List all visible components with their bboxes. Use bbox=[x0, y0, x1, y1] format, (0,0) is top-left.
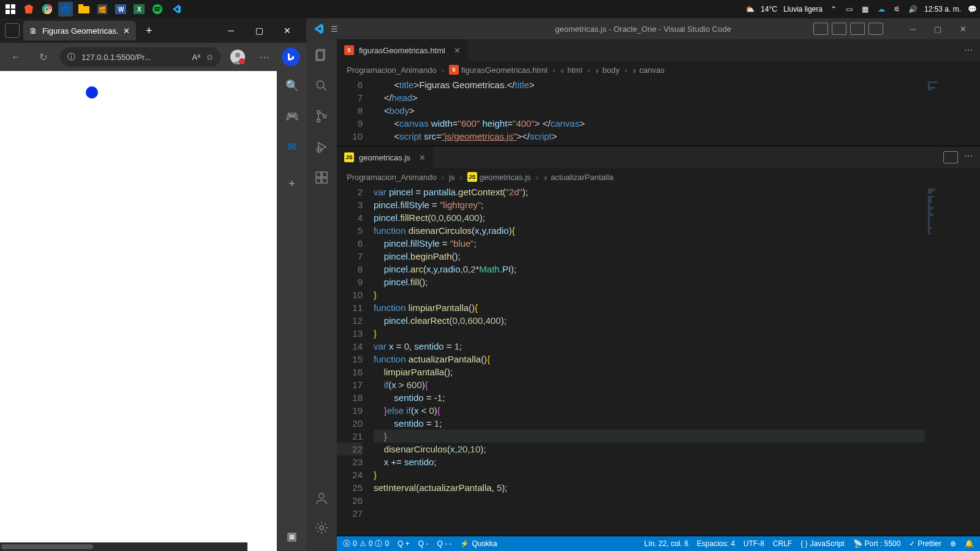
edge-icon[interactable] bbox=[58, 2, 73, 17]
new-tab-button[interactable]: + bbox=[140, 24, 158, 37]
status-liveserver[interactable]: 📡 Port : 5500 bbox=[853, 539, 901, 548]
svg-point-20 bbox=[239, 58, 245, 64]
spotify-icon[interactable] bbox=[150, 2, 165, 17]
svg-rect-31 bbox=[316, 178, 321, 183]
start-button[interactable] bbox=[3, 2, 18, 17]
close-tab-icon[interactable]: ✕ bbox=[419, 153, 426, 162]
status-prettier[interactable]: ✓ Prettier bbox=[909, 539, 941, 548]
layout-right-icon[interactable] bbox=[850, 23, 865, 35]
code-editor-js[interactable]: 2345678910111213141516171819202122232425… bbox=[337, 186, 980, 536]
minimap[interactable]: ██ ████ ██████ ████████ ████ ████ ████ █… bbox=[925, 186, 980, 536]
tab-js[interactable]: JS geometricas.js ✕ bbox=[337, 146, 434, 168]
close-button[interactable]: ✕ bbox=[952, 24, 974, 34]
status-errors[interactable]: ⓧ 0 ⚠ 0 ⓘ 0 bbox=[343, 539, 389, 549]
status-bar: ⓧ 0 ⚠ 0 ⓘ 0 Q + Q - Q - - ⚡ Quokka Lín. … bbox=[337, 536, 980, 551]
svg-rect-30 bbox=[316, 172, 321, 177]
run-debug-icon[interactable] bbox=[313, 138, 330, 156]
sidebar-toggle-icon[interactable]: ▣ bbox=[284, 528, 301, 545]
status-lang[interactable]: { } JavaScript bbox=[801, 539, 844, 548]
search-icon[interactable] bbox=[313, 77, 330, 94]
add-sidebar-icon[interactable]: + bbox=[284, 175, 301, 192]
weather-desc[interactable]: Lluvia ligera bbox=[783, 5, 823, 13]
brave-icon[interactable] bbox=[21, 2, 36, 17]
layout-left-icon[interactable] bbox=[813, 23, 828, 35]
status-encoding[interactable]: UTF-8 bbox=[744, 539, 764, 548]
tab-actions-button[interactable] bbox=[5, 23, 20, 38]
app-menu-button[interactable]: ☰ bbox=[331, 24, 338, 34]
svg-text:W: W bbox=[118, 6, 124, 13]
status-feedback-icon[interactable]: ⊕ bbox=[950, 539, 956, 548]
chrome-icon[interactable] bbox=[40, 2, 55, 17]
tray-icon-1[interactable]: ▭ bbox=[845, 4, 854, 14]
split-editor-icon[interactable] bbox=[943, 151, 958, 163]
outlook-icon[interactable]: ✉ bbox=[284, 138, 301, 156]
volume-icon[interactable]: 🔊 bbox=[908, 4, 918, 14]
svg-rect-3 bbox=[11, 10, 15, 14]
tray-icon-2[interactable]: ▦ bbox=[861, 4, 870, 14]
weather-temp[interactable]: 14°C bbox=[761, 5, 777, 13]
svg-rect-33 bbox=[322, 172, 327, 177]
favorite-icon[interactable]: ✩ bbox=[206, 53, 213, 62]
games-icon[interactable]: 🎮 bbox=[284, 108, 301, 125]
back-button[interactable]: ← bbox=[6, 47, 26, 67]
search-icon[interactable]: 🔍 bbox=[284, 77, 301, 94]
status-quokka[interactable]: ⚡ Quokka bbox=[460, 539, 497, 548]
code-editor-html[interactable]: 678910 <title>Figuras Geometricas.</titl… bbox=[337, 78, 980, 146]
layout-bottom-icon[interactable] bbox=[832, 23, 846, 35]
weather-icon[interactable]: ⛅ bbox=[745, 5, 755, 13]
explorer-icon[interactable] bbox=[77, 2, 91, 17]
windows-taskbar: W X ⛅ 14°C Lluvia ligera ⌃ ▭ ▦ ☁ ⚟ 🔊 12:… bbox=[0, 0, 980, 18]
minimize-button[interactable]: ─ bbox=[903, 24, 923, 34]
address-bar[interactable]: ⓘ 127.0.0.1:5500/Pr... Aª ✩ bbox=[60, 47, 221, 67]
profile-button[interactable] bbox=[228, 47, 247, 67]
bing-button[interactable] bbox=[282, 48, 300, 66]
maximize-button[interactable]: ▢ bbox=[927, 24, 949, 34]
clock[interactable]: 12:53 a. m. bbox=[924, 5, 961, 13]
extensions-icon[interactable] bbox=[313, 169, 330, 186]
breadcrumb-1[interactable]: Programacion_Animando› 5figurasGeometric… bbox=[337, 61, 980, 78]
url-text: 127.0.0.1:5500/Pr... bbox=[81, 53, 151, 62]
settings-gear-icon[interactable] bbox=[313, 519, 330, 536]
status-q-plus[interactable]: Q + bbox=[398, 539, 410, 548]
site-info-icon[interactable]: ⓘ bbox=[67, 51, 75, 62]
page-icon: 🗎 bbox=[29, 26, 37, 36]
more-actions-icon[interactable]: ⋯ bbox=[964, 151, 973, 163]
more-actions-icon[interactable]: ⋯ bbox=[964, 45, 973, 55]
account-icon[interactable] bbox=[313, 490, 330, 507]
status-cursor[interactable]: Lín. 22, col. 6 bbox=[644, 539, 688, 548]
notifications-icon[interactable]: 💬 bbox=[967, 4, 977, 14]
status-spaces[interactable]: Espacios: 4 bbox=[697, 539, 735, 548]
vscode-window: ☰ geometricas.js - Oracle_One - Visual S… bbox=[306, 18, 980, 551]
menu-button[interactable]: ⋯ bbox=[255, 47, 274, 67]
close-tab-icon[interactable]: ✕ bbox=[454, 46, 461, 55]
browser-toolbar: ← ↻ ⓘ 127.0.0.1:5500/Pr... Aª ✩ ⋯ bbox=[0, 43, 306, 71]
maximize-button[interactable]: ▢ bbox=[245, 21, 273, 40]
layout-custom-icon[interactable] bbox=[869, 23, 883, 35]
chevron-up-icon[interactable]: ⌃ bbox=[829, 4, 839, 14]
close-tab-icon[interactable]: ✕ bbox=[123, 26, 130, 36]
horizontal-scrollbar[interactable] bbox=[0, 542, 247, 551]
refresh-button[interactable]: ↻ bbox=[33, 47, 53, 67]
breadcrumb-2[interactable]: Programacion_Animando› js› JS geometrica… bbox=[337, 168, 980, 186]
source-control-icon[interactable] bbox=[313, 108, 330, 125]
browser-tab[interactable]: 🗎 Figuras Geometricas. ✕ bbox=[23, 21, 136, 40]
onedrive-icon[interactable]: ☁ bbox=[876, 4, 886, 14]
read-aloud-icon[interactable]: Aª bbox=[192, 53, 200, 62]
explorer-icon[interactable] bbox=[313, 47, 330, 64]
tab-html[interactable]: 5 figurasGeometricas.html ✕ bbox=[337, 39, 469, 61]
tab-label: figurasGeometricas.html bbox=[359, 46, 445, 55]
status-bell-icon[interactable]: 🔔 bbox=[965, 539, 974, 548]
status-q-minus[interactable]: Q - bbox=[418, 539, 429, 548]
minimap[interactable]: ████ ██ ████████ ████ ████ ████ bbox=[925, 78, 980, 146]
wifi-icon[interactable]: ⚟ bbox=[892, 4, 902, 14]
svg-text:X: X bbox=[137, 6, 141, 13]
vscode-icon[interactable] bbox=[168, 2, 183, 17]
word-icon[interactable]: W bbox=[113, 2, 128, 17]
excel-icon[interactable]: X bbox=[132, 2, 146, 17]
sublime-icon[interactable] bbox=[95, 2, 110, 17]
status-eol[interactable]: CRLF bbox=[773, 539, 792, 548]
status-q-dash[interactable]: Q - - bbox=[437, 539, 451, 548]
close-window-button[interactable]: ✕ bbox=[273, 21, 301, 40]
tab-title: Figuras Geometricas. bbox=[42, 26, 118, 36]
minimize-button[interactable]: ─ bbox=[217, 21, 245, 40]
